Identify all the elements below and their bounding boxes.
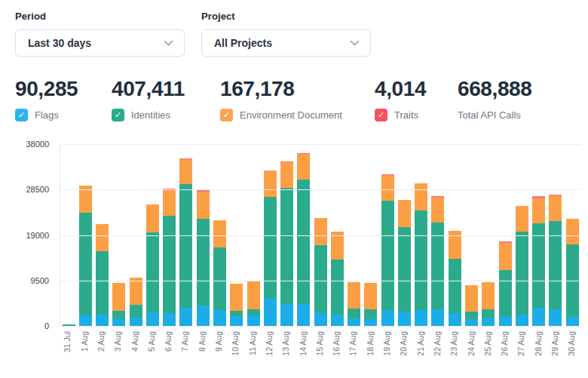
- bar-segment-environment-document: [163, 190, 176, 216]
- stacked-bar: [398, 200, 411, 327]
- bar-segment-flags: [96, 315, 109, 327]
- bar-segment-flags: [213, 310, 226, 327]
- x-tick-label: 2 Aug: [97, 331, 106, 352]
- bar-slot: [430, 145, 446, 327]
- bar-segment-flags: [516, 315, 528, 327]
- x-tick-label: 4 Aug: [131, 331, 140, 352]
- x-tick: 29 Aug: [547, 331, 564, 356]
- x-tick: 4 Aug: [127, 331, 143, 356]
- x-tick-label: 24 Aug: [467, 331, 476, 356]
- bar-segment-environment-document: [566, 219, 579, 244]
- x-tick: 28 Aug: [530, 331, 547, 356]
- stats-row: 90,285 ✓ Flags 407,411 ✓ Identities 167,…: [15, 77, 588, 121]
- bar-segment-environment-document: [96, 224, 109, 251]
- x-tick-label: 22 Aug: [433, 331, 443, 356]
- bar-slot: [211, 145, 228, 327]
- bar-slot: [329, 145, 345, 327]
- stacked-bar: [449, 231, 461, 327]
- x-tick: 25 Aug: [479, 331, 496, 356]
- stacked-bar: [264, 171, 277, 327]
- bar-segment-environment-document: [247, 281, 260, 309]
- bar-segment-identities: [96, 251, 109, 315]
- bar-segment-identities: [130, 305, 142, 318]
- bar-segment-identities: [112, 311, 125, 319]
- bar-segment-environment-document: [197, 192, 210, 219]
- bar-segment-environment-document: [499, 243, 512, 270]
- bar-slot: [463, 145, 479, 327]
- project-select[interactable]: All Projects: [201, 29, 371, 57]
- stacked-bar: [348, 282, 360, 327]
- bar-slot: [564, 145, 580, 327]
- bar-segment-environment-document: [516, 206, 528, 232]
- identities-count: 407,411: [112, 77, 220, 101]
- bar-segment-environment-document: [280, 162, 293, 188]
- stat-total-api-calls: 668,888 Total API Calls: [458, 77, 531, 121]
- bar-segment-flags: [280, 304, 293, 327]
- bar-segment-environment-document: [112, 283, 125, 311]
- x-tick-label: 7 Aug: [181, 331, 190, 352]
- identities-checkbox[interactable]: ✓: [112, 109, 124, 121]
- x-tick: 1 Aug: [76, 331, 93, 356]
- gridline: [60, 189, 580, 190]
- x-tick: 9 Aug: [211, 331, 228, 356]
- bar-segment-identities: [364, 309, 377, 319]
- period-select[interactable]: Last 30 days: [15, 29, 185, 57]
- x-axis: 31 Jul1 Aug2 Aug3 Aug4 Aug5 Aug6 Aug7 Au…: [60, 331, 580, 356]
- x-tick: 18 Aug: [362, 331, 378, 356]
- x-tick: 12 Aug: [262, 331, 278, 356]
- x-tick: 17 Aug: [345, 331, 362, 356]
- bar-slot: [312, 145, 329, 327]
- usage-dashboard: Period Last 30 days Project All Projects…: [0, 0, 588, 378]
- x-tick-label: 25 Aug: [484, 331, 493, 356]
- stat-traits: 4,014 ✓ Traits: [375, 77, 458, 121]
- bar-segment-identities: [213, 247, 226, 310]
- stacked-bar: [197, 190, 210, 327]
- bar-slot: [144, 145, 161, 327]
- bar-segment-environment-document: [230, 284, 243, 311]
- x-tick: 15 Aug: [311, 331, 328, 356]
- bar-segment-environment-document: [264, 171, 277, 197]
- bar-segment-flags: [230, 316, 243, 327]
- bar-segment-identities: [280, 188, 293, 304]
- bar-segment-flags: [532, 308, 545, 327]
- x-tick-label: 9 Aug: [215, 331, 224, 352]
- bar-segment-environment-document: [415, 183, 427, 211]
- period-label: Period: [15, 11, 185, 22]
- filters-row: Period Last 30 days Project All Projects: [15, 11, 371, 57]
- x-tick: 10 Aug: [228, 331, 244, 356]
- bar-segment-identities: [381, 201, 394, 310]
- bar-segment-flags: [247, 315, 260, 327]
- x-tick: 14 Aug: [295, 331, 311, 356]
- environment-document-checkbox[interactable]: ✓: [220, 109, 233, 121]
- bar-slot: [178, 145, 194, 327]
- bar-segment-identities: [348, 309, 360, 318]
- bar-slot: [396, 145, 412, 327]
- flags-checkbox[interactable]: ✓: [15, 109, 28, 121]
- bar-slot: [446, 145, 463, 327]
- x-tick-label: 11 Aug: [249, 331, 258, 355]
- bar-segment-flags: [146, 312, 159, 327]
- bar-segment-environment-document: [381, 175, 394, 201]
- x-tick-label: 6 Aug: [164, 331, 173, 352]
- stacked-bar: [465, 285, 478, 327]
- x-tick-label: 5 Aug: [148, 331, 157, 352]
- bar-segment-environment-document: [130, 278, 142, 305]
- stacked-bar: [130, 278, 142, 327]
- api-usage-chart: 09500190002850038000 31 Jul1 Aug2 Aug3 A…: [0, 145, 588, 375]
- bar-slot: [379, 145, 396, 327]
- stacked-bar: [549, 195, 562, 327]
- bar-segment-identities: [465, 312, 478, 319]
- x-tick-label: 8 Aug: [198, 331, 207, 352]
- traits-checkbox[interactable]: ✓: [375, 109, 387, 121]
- bar-slot: [228, 145, 245, 327]
- bar-segment-environment-document: [314, 218, 327, 245]
- flags-label: Flags: [35, 109, 59, 121]
- x-tick-label: 28 Aug: [534, 331, 544, 356]
- x-tick: 31 Jul: [60, 331, 76, 356]
- bar-slot: [262, 145, 278, 327]
- bar-segment-flags: [179, 308, 192, 327]
- x-tick-label: 23 Aug: [450, 331, 459, 356]
- x-tick: 23 Aug: [446, 331, 463, 356]
- project-selected-value: All Projects: [214, 37, 272, 49]
- bar-segment-identities: [516, 232, 528, 315]
